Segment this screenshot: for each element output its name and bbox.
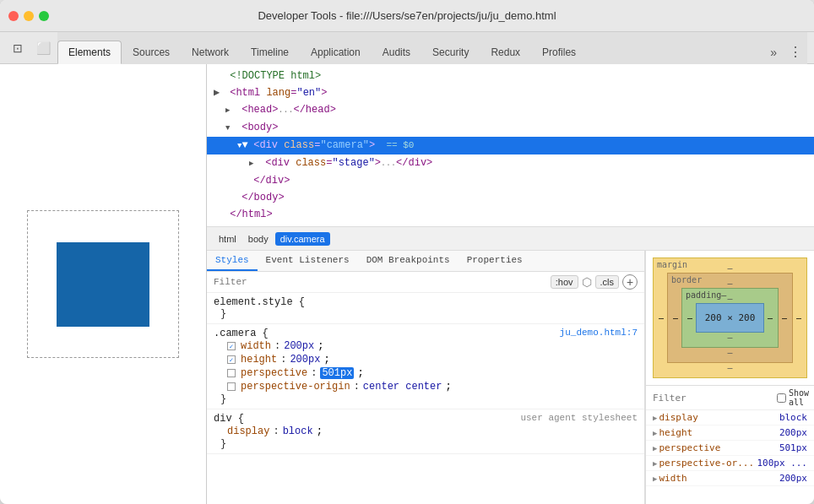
computed-prop-perspective: ▶ perspective 501px	[646, 441, 814, 456]
bm-margin-layer: margin – – border – –	[653, 257, 807, 378]
filter-input[interactable]	[214, 277, 545, 287]
show-all-checkbox[interactable]	[777, 393, 786, 403]
checkbox-width[interactable]	[227, 342, 236, 350]
titlebar: Developer Tools - file:///Users/se7en/pr…	[0, 0, 814, 32]
preview-panel	[0, 64, 207, 504]
more-tabs-button[interactable]: »	[763, 41, 784, 64]
computed-arrow-width[interactable]: ▶	[653, 474, 657, 483]
css-rule-div: div { user agent stylesheet display: blo…	[207, 409, 644, 454]
computed-perspective-prop: perspective	[659, 442, 720, 453]
css-rule-div-close: }	[214, 438, 638, 450]
tab-sources[interactable]: Sources	[122, 41, 181, 64]
computed-display-val: block	[779, 412, 807, 423]
bm-padding-bottom: –	[687, 333, 773, 342]
perspective-value[interactable]: 501px	[320, 367, 354, 379]
computed-filter-row: Show all	[646, 386, 814, 410]
cls-button[interactable]: .cls	[595, 275, 620, 289]
computed-perspective-val: 501px	[779, 442, 807, 453]
computed-filter-input[interactable]	[653, 393, 777, 404]
inspect-button[interactable]: ⊡	[7, 39, 29, 57]
bm-padding-label: padding–	[686, 290, 726, 300]
tab-security[interactable]: Security	[421, 41, 480, 64]
bm-margin-left: –	[659, 313, 664, 322]
traffic-lights	[8, 11, 49, 21]
tab-properties[interactable]: Properties	[459, 251, 531, 271]
dom-line-html[interactable]: ▶ <html lang="en">	[207, 84, 814, 101]
arrow-html[interactable]: ▶	[214, 85, 224, 100]
computed-prop-perspective-origin: ▶ perspective-or... 100px ...	[646, 456, 814, 471]
computed-arrow-perspective[interactable]: ▶	[653, 444, 657, 453]
computed-arrow-perspective-origin[interactable]: ▶	[653, 459, 657, 468]
dom-line-stage[interactable]: <div class="stage">...</div>	[207, 154, 814, 172]
breadcrumb-camera[interactable]: div.camera	[275, 232, 330, 246]
main-area: <!DOCTYPE html> ▶ <html lang="en"> <head…	[0, 64, 814, 504]
tab-bar: Elements Sources Network Timeline Applic…	[57, 32, 807, 64]
user-agent-label: user agent stylesheet	[520, 413, 638, 423]
checkbox-perspective[interactable]	[227, 369, 236, 377]
tab-elements[interactable]: Elements	[57, 41, 122, 64]
bm-border-sides: – padding– – –	[673, 288, 787, 348]
dom-line-body-close: </body>	[207, 189, 814, 206]
doctype-text: <!DOCTYPE html>	[230, 70, 321, 82]
right-panel: margin – – border – –	[645, 251, 814, 504]
arrow-camera[interactable]: ▼	[237, 138, 247, 154]
css-prop-display: display: block;	[214, 425, 638, 438]
css-rule-element-style: element.style { }	[207, 293, 644, 324]
css-rule-div-header: div { user agent stylesheet	[214, 413, 638, 425]
close-button[interactable]	[8, 11, 19, 21]
checkbox-height[interactable]	[227, 355, 236, 364]
box-model-diagram: margin – – border – –	[653, 257, 807, 378]
computed-width-prop: width	[659, 473, 686, 484]
device-mode-button[interactable]: ⬜	[32, 39, 54, 57]
css-prop-perspective: perspective: 501px;	[214, 366, 638, 380]
dom-line-body[interactable]: <body>	[207, 119, 814, 137]
computed-arrow-height[interactable]: ▶	[653, 429, 657, 437]
bm-margin-sides: – border – –	[659, 273, 801, 363]
computed-height-prop: height	[659, 427, 692, 438]
computed-width-val: 200px	[779, 473, 807, 484]
breadcrumb-body[interactable]: body	[243, 232, 274, 246]
css-rule-camera: .camera { ju_demo.html:7 width: 200px;	[207, 324, 644, 409]
computed-prop-height: ▶ height 200px	[646, 425, 814, 441]
breadcrumb: html body div.camera	[207, 227, 814, 251]
add-style-button[interactable]: +	[622, 274, 638, 290]
preview-box	[57, 242, 149, 327]
tab-redux[interactable]: Redux	[480, 41, 531, 64]
css-file-link[interactable]: ju_demo.html:7	[560, 328, 638, 338]
breadcrumb-html[interactable]: html	[214, 232, 241, 246]
preview-dashed-border	[27, 210, 179, 358]
computed-prop-display: ▶ display block	[646, 410, 814, 425]
tab-timeline[interactable]: Timeline	[240, 41, 300, 64]
tab-network[interactable]: Network	[181, 41, 240, 64]
bm-border-label: border	[671, 275, 702, 285]
bm-content-size: 200 × 200	[705, 312, 756, 323]
minimize-button[interactable]	[24, 11, 34, 21]
arrow-head[interactable]	[225, 102, 236, 118]
tab-audits[interactable]: Audits	[372, 41, 421, 64]
arrow-body[interactable]	[225, 120, 236, 136]
computed-arrow-display[interactable]: ▶	[653, 414, 657, 422]
dom-line-camera[interactable]: ▼ <div class="camera"> == $0	[207, 137, 814, 154]
devtools-panel: <!DOCTYPE html> ▶ <html lang="en"> <head…	[207, 64, 814, 504]
dom-line-head[interactable]: <head>...</head>	[207, 101, 814, 119]
menu-button[interactable]: ⋮	[784, 41, 807, 64]
tab-application[interactable]: Application	[300, 41, 372, 64]
tab-dom-breakpoints[interactable]: DOM Breakpoints	[358, 251, 459, 271]
bm-content-box: 200 × 200	[696, 303, 764, 333]
dom-line-camera-close: </div>	[207, 172, 814, 189]
css-prop-perspective-origin: perspective-origin: center center;	[214, 380, 638, 393]
arrow-stage[interactable]	[249, 155, 259, 171]
styles-left-panel: Styles Event Listeners DOM Breakpoints P…	[207, 251, 645, 504]
tab-event-listeners[interactable]: Event Listeners	[258, 251, 358, 271]
checkbox-perspective-origin[interactable]	[227, 382, 236, 391]
bm-padding-sides: – 200 × 200 –	[687, 303, 773, 333]
tab-profiles[interactable]: Profiles	[531, 41, 587, 64]
show-all-label: Show all	[777, 388, 809, 407]
bm-padding-right: –	[768, 313, 773, 322]
hov-button[interactable]: :hov	[551, 275, 578, 289]
tab-styles[interactable]: Styles	[207, 251, 258, 271]
computed-perspective-origin-prop: perspective-or...	[659, 458, 754, 469]
bm-margin-bottom: –	[659, 363, 801, 372]
computed-perspective-origin-val: 100px ...	[757, 458, 807, 469]
maximize-button[interactable]	[39, 11, 49, 21]
